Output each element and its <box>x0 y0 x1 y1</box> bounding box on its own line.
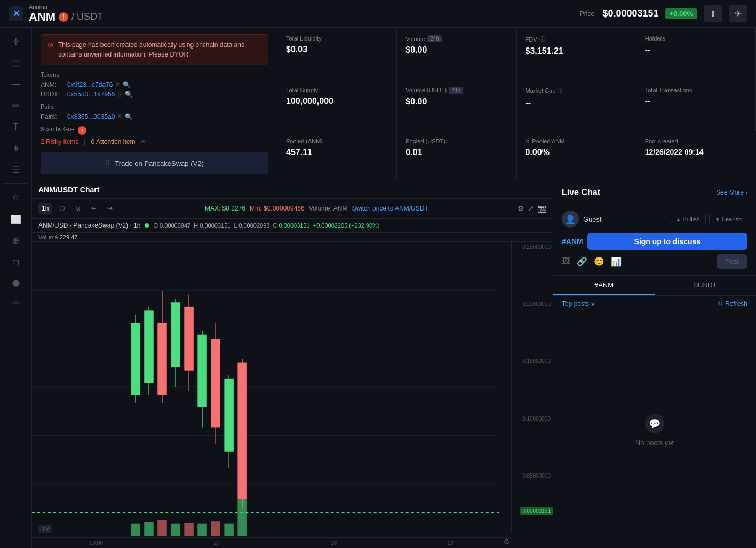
pairs-copy-icon[interactable]: ⎘ <box>118 113 122 120</box>
post-button[interactable]: Post <box>717 254 747 269</box>
svg-rect-30 <box>211 521 220 536</box>
trade-button[interactable]: ⠿ Trade on PancakeSwap (V2) <box>41 152 268 174</box>
drag-icon: ⠿ <box>105 159 110 167</box>
send-button[interactable]: ✈ <box>729 5 747 22</box>
signup-button[interactable]: Sign up to discuss <box>587 233 747 250</box>
svg-rect-23 <box>237 363 247 500</box>
user-icon[interactable]: ◠ <box>6 295 26 314</box>
token-title: ANM ! / USDT <box>29 10 103 24</box>
stat-holders-label: Holders <box>645 35 747 42</box>
separator: | <box>84 138 85 146</box>
svg-rect-9 <box>144 310 154 383</box>
see-more-link[interactable]: See More › <box>716 189 747 196</box>
hash-tag-label: #ANM <box>562 237 583 246</box>
redo-button[interactable]: ↪ <box>104 203 116 214</box>
stat-pooled-usdt-value: 0.01 <box>405 148 507 157</box>
usdt-search-icon[interactable]: 🔍 <box>125 91 133 98</box>
stat-volume-usdt: Volume (USDT) 24h $0.00 <box>397 79 516 131</box>
stat-holders: Holders -- <box>636 28 756 79</box>
y-label-4: 0.20000000 <box>514 301 551 307</box>
candle-icon[interactable]: ⬡ <box>6 53 26 72</box>
brand-info: Anoma ANM ! / USDT <box>29 4 103 24</box>
chart-icon[interactable]: 📊 <box>611 256 622 267</box>
svg-rect-11 <box>157 323 167 395</box>
stat-fdv-label: FDV ⓘ <box>526 35 627 43</box>
top-posts-filter[interactable]: Top posts ∨ <box>562 300 595 308</box>
x-label-3: 29 <box>448 540 453 546</box>
line-icon[interactable]: — <box>6 75 26 94</box>
timeframe-1h-button[interactable]: 1h <box>38 203 52 214</box>
indicator-fx-button[interactable]: fx <box>72 203 83 214</box>
x-label-0: 09:00 <box>90 540 103 546</box>
undo-button[interactable]: ↩ <box>88 203 100 214</box>
fullscreen-icon[interactable]: ⤢ <box>528 204 534 213</box>
chat-title: Live Chat <box>562 188 600 197</box>
stat-market-cap: Market Cap ⓘ -- <box>517 79 636 131</box>
sentiment-buttons: ▲ Bullish ▼ Bearish <box>670 214 747 224</box>
scan-label: Scan by Go+ <box>41 126 75 132</box>
share-button[interactable]: ⬆ <box>704 5 722 22</box>
eraser-icon[interactable]: ⬜ <box>6 209 26 229</box>
chart-controls-bar: 1h ⬡ fx ↩ ↪ MAX: $0.2276 Min: $0.0000094… <box>32 199 553 219</box>
tab-usdt[interactable]: $USDT <box>655 276 756 295</box>
scan-row: Scan by Go+ ! <box>41 126 268 135</box>
bookmark-icon[interactable]: ◻ <box>6 252 26 271</box>
stat-fdv: FDV ⓘ $3,151.21 <box>517 28 636 79</box>
layers-icon[interactable]: ☰ <box>6 160 26 179</box>
link-icon[interactable]: 🔗 <box>577 256 587 267</box>
pin-icon[interactable]: ⬣ <box>6 273 26 293</box>
bullish-button[interactable]: ▲ Bullish <box>670 214 705 224</box>
current-price-tag: 0.00003151 <box>520 507 553 515</box>
scan-badge: ! <box>78 126 86 135</box>
toolbar-icons: 🖼 🔗 😊 📊 <box>562 256 622 267</box>
stat-market-cap-value: -- <box>526 98 627 108</box>
text-icon[interactable]: T <box>6 117 26 136</box>
pairs-pairs-label: Pairs: <box>41 113 64 120</box>
stat-volume-usdt-value: $0.00 <box>405 97 507 107</box>
chart-max: MAX: $0.2276 <box>205 205 245 212</box>
token-symbol: ANM <box>29 10 55 24</box>
image-icon[interactable]: 🖼 <box>562 256 570 267</box>
usdt-copy-icon[interactable]: ⎘ <box>118 91 122 98</box>
no-posts-area: 💬 No posts yet <box>553 312 756 548</box>
chat-input-area: 👤 Guest ▲ Bullish ▼ Bearish <box>553 204 756 276</box>
svg-rect-29 <box>197 524 207 536</box>
pairs-search-icon[interactable]: 🔍 <box>125 113 133 120</box>
emoji-icon[interactable]: 😊 <box>594 256 604 267</box>
anm-copy-icon[interactable]: ⎘ <box>116 81 120 88</box>
logo-symbol: ✕ <box>13 9 20 19</box>
chart-section-title: ANM/USDT Chart <box>32 181 553 199</box>
usdt-label: USDT: <box>41 91 64 98</box>
settings-icon[interactable]: ⚙ <box>518 204 524 213</box>
svg-rect-24 <box>131 524 140 536</box>
anm-search-icon[interactable]: 🔍 <box>123 81 131 88</box>
y-axis: 0.25000000 0.20000000 0.15000000 0.10000… <box>511 242 553 532</box>
chart-info: MAX: $0.2276 Min: $0.000009466 Volume: A… <box>205 205 428 212</box>
chevron-right-icon: › <box>745 189 747 196</box>
chart-switch-link[interactable]: Switch price to ANM/USDT <box>352 205 428 212</box>
bullish-arrow-icon: ▲ <box>675 216 681 222</box>
stat-pooled-usdt: Pooled (USDT) 0.01 <box>397 131 516 181</box>
pairs-row: Pairs: 0x8365...0035a0 ⎘ 🔍 <box>41 113 268 120</box>
chat-filter-bar: Top posts ∨ ↻ Refresh <box>553 296 756 312</box>
smiley-icon[interactable]: ☺ <box>6 188 26 207</box>
x-label-2: 28 <box>331 540 337 546</box>
logo-icon: ✕ <box>9 6 23 21</box>
crosshair-icon[interactable]: ✛ <box>6 32 26 51</box>
indicator-candle-button[interactable]: ⬡ <box>56 203 68 214</box>
y-label-1: 0.05000000 <box>514 473 551 479</box>
anm-address: 0x9f23...c7da76 <box>67 81 113 88</box>
tab-anm[interactable]: #ANM <box>553 276 655 295</box>
chart-section: ANM/USDT Chart 1h ⬡ fx ↩ ↪ MAX: $0.2276 … <box>32 181 756 548</box>
stat-pooled-anm: Pooled (ANM) 457.11 <box>277 131 397 181</box>
scan-info-icon[interactable]: 👁 <box>140 138 147 146</box>
pencil-icon[interactable]: ✏ <box>6 96 26 115</box>
refresh-button[interactable]: ↻ Refresh <box>718 300 747 308</box>
chart-settings-bottom-icon[interactable]: ⚙ <box>503 537 510 546</box>
chat-toolbar: 🖼 🔗 😊 📊 Post <box>562 254 747 269</box>
pairs-label: Pairs <box>41 103 268 110</box>
screenshot-icon[interactable]: 📷 <box>537 204 546 213</box>
node-icon[interactable]: ⋔ <box>6 139 26 158</box>
zoom-icon[interactable]: ⊕ <box>6 231 26 250</box>
bearish-button[interactable]: ▼ Bearish <box>709 214 747 224</box>
